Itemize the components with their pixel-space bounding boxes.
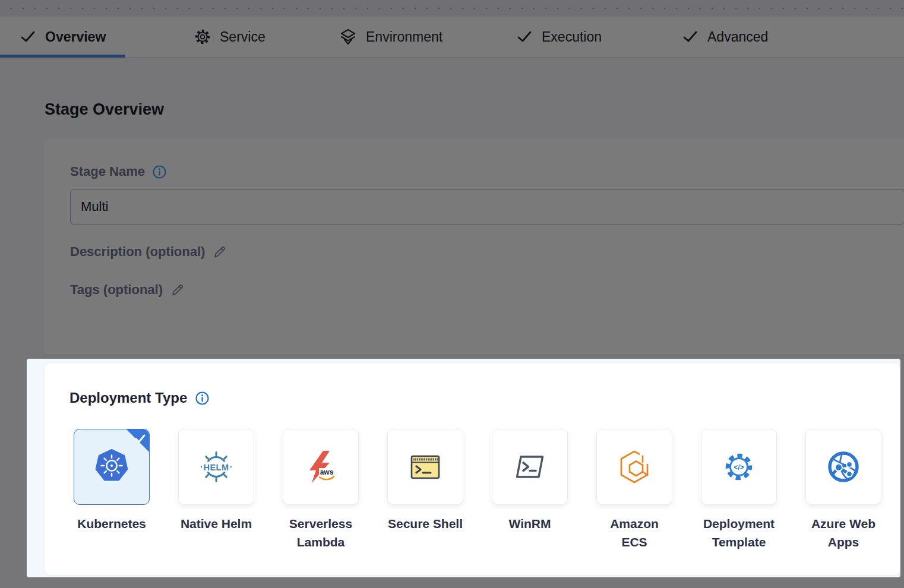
stage-tabbar: Overview Service Environment Execution A… bbox=[0, 17, 904, 58]
edit-pencil-icon[interactable] bbox=[170, 282, 185, 298]
deployment-option-deployment-template: </> Deployment Template bbox=[701, 429, 777, 505]
secure-shell-tile[interactable] bbox=[387, 429, 463, 505]
tile-label: Kubernetes bbox=[55, 514, 168, 533]
info-icon[interactable] bbox=[152, 165, 167, 179]
gear-code-icon: </> bbox=[720, 448, 758, 486]
deployment-type-card: Deployment Type bbox=[45, 363, 900, 575]
tab-environment[interactable]: Environment bbox=[339, 17, 442, 57]
stage-name-label: Stage Name bbox=[70, 164, 145, 179]
native-helm-tile[interactable]: HELM bbox=[178, 429, 254, 505]
tab-overview[interactable]: Overview bbox=[20, 17, 106, 57]
tags-label: Tags (optional) bbox=[70, 282, 163, 298]
tab-label: Service bbox=[220, 29, 265, 45]
deployment-option-secure-shell: Secure Shell bbox=[387, 429, 463, 505]
edit-pencil-icon[interactable] bbox=[212, 244, 227, 260]
tab-label: Execution bbox=[542, 29, 602, 45]
deployment-option-kubernetes: Kubernetes bbox=[74, 429, 150, 505]
check-icon bbox=[516, 29, 533, 45]
helm-icon: HELM bbox=[197, 448, 235, 486]
tile-label: Deployment Template bbox=[682, 514, 795, 551]
ecs-hexagon-icon bbox=[615, 448, 653, 486]
info-icon[interactable] bbox=[195, 391, 210, 406]
tab-label: Environment bbox=[366, 29, 442, 45]
tab-service[interactable]: Service bbox=[194, 17, 265, 57]
tab-label: Advanced bbox=[707, 29, 768, 45]
tab-execution[interactable]: Execution bbox=[516, 17, 602, 57]
tile-label: Native Helm bbox=[160, 514, 273, 533]
description-label: Description (optional) bbox=[70, 244, 205, 260]
amazon-ecs-tile[interactable] bbox=[596, 429, 672, 505]
deployment-option-winrm: WinRM bbox=[492, 429, 568, 505]
svg-text:</>: </> bbox=[734, 463, 744, 472]
tab-advanced[interactable]: Advanced bbox=[682, 17, 768, 57]
deployment-option-native-helm: HELM Native Helm bbox=[178, 429, 254, 505]
tile-label: Amazon ECS bbox=[578, 514, 691, 551]
tile-label: Secure Shell bbox=[369, 514, 482, 533]
svg-text:aws: aws bbox=[320, 468, 334, 476]
tab-label: Overview bbox=[45, 29, 106, 45]
serverless-aws-lambda-icon: aws bbox=[302, 448, 340, 486]
layers-icon bbox=[339, 28, 357, 46]
tile-label: WinRM bbox=[473, 514, 586, 533]
kubernetes-tile[interactable] bbox=[74, 429, 150, 505]
deployment-template-tile[interactable]: </> bbox=[701, 429, 777, 505]
deployment-type-tiles: Kubernetes bbox=[74, 429, 881, 505]
deployment-option-azure-web-apps: Azure Web Apps bbox=[805, 429, 881, 505]
selected-check-icon bbox=[134, 432, 147, 445]
azure-globe-icon bbox=[824, 448, 862, 486]
stage-name-input[interactable] bbox=[70, 189, 904, 225]
pipeline-canvas-dots bbox=[0, 0, 904, 17]
azure-web-apps-tile[interactable] bbox=[805, 429, 881, 505]
tile-label: Azure Web Apps bbox=[787, 514, 900, 551]
active-tab-underline bbox=[0, 55, 125, 58]
svg-text:HELM: HELM bbox=[203, 463, 229, 472]
terminal-window-icon bbox=[406, 448, 444, 486]
page-title: Stage Overview bbox=[45, 100, 164, 119]
powershell-icon bbox=[511, 448, 549, 486]
winrm-tile[interactable] bbox=[492, 429, 568, 505]
deployment-option-serverless-lambda: aws Serverless Lambda bbox=[283, 429, 359, 505]
spotlight-region: Deployment Type bbox=[27, 359, 900, 577]
deployment-type-title: Deployment Type bbox=[69, 390, 187, 406]
deployment-option-amazon-ecs: Amazon ECS bbox=[596, 429, 672, 505]
tile-label: Serverless Lambda bbox=[264, 514, 377, 551]
stage-overview-card: Stage Name Description (optional) Tags (… bbox=[43, 138, 904, 355]
gear-icon bbox=[194, 29, 211, 45]
kubernetes-icon bbox=[92, 448, 131, 486]
check-icon bbox=[682, 29, 698, 45]
serverless-lambda-tile[interactable]: aws bbox=[283, 429, 359, 505]
check-icon bbox=[20, 29, 36, 45]
